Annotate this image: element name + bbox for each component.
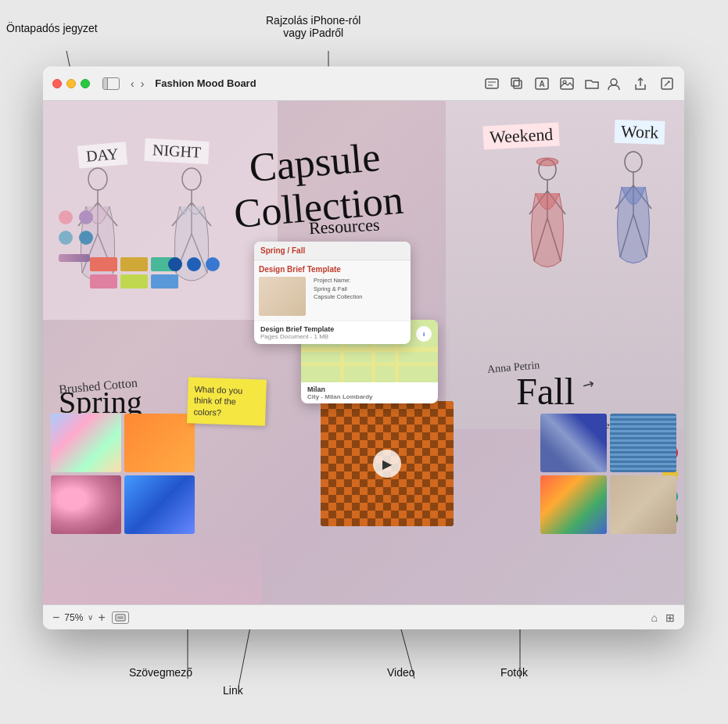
text-tool-button[interactable]: A xyxy=(534,77,550,90)
fashion-figure-work xyxy=(606,148,661,328)
fashion-figure-weekend xyxy=(520,156,575,328)
video-tile[interactable]: ▶ xyxy=(321,401,454,526)
image-tool-button[interactable] xyxy=(559,77,575,90)
design-brief-body: Project Name:Spring & FallCapsule Collec… xyxy=(314,277,363,316)
color-swatches-left xyxy=(59,210,93,262)
map-marker: i xyxy=(416,326,432,342)
link-annotation: Link xyxy=(223,684,243,697)
text-field-annotation: Szövegmező xyxy=(129,666,192,679)
weekend-label: Weekend xyxy=(482,122,560,149)
design-brief-card[interactable]: Spring / Fall Design Brief Template Proj… xyxy=(254,242,411,344)
titlebar: ‹ › Fashion Mood Board A xyxy=(43,66,684,101)
svg-point-40 xyxy=(625,152,642,172)
toolbar: A xyxy=(484,77,600,90)
photo-beige-fabric xyxy=(610,475,676,534)
zoom-in-button[interactable]: + xyxy=(98,611,105,625)
svg-rect-9 xyxy=(514,81,522,88)
svg-rect-6 xyxy=(486,79,498,88)
photo-blues-beads xyxy=(124,475,195,534)
close-button[interactable] xyxy=(52,79,62,88)
map-footer: Milan City - Milan Lombardy xyxy=(301,382,438,403)
sticky-note-annotation: Öntapadós jegyzet xyxy=(6,22,98,34)
video-annotation: Video xyxy=(387,666,415,679)
photo-zigzag xyxy=(540,414,607,472)
design-brief-header: Spring / Fall xyxy=(254,242,411,260)
work-label: Work xyxy=(614,120,665,145)
note-tool-button[interactable] xyxy=(484,77,500,90)
collaborators-button[interactable] xyxy=(606,77,622,90)
share-button[interactable] xyxy=(633,77,648,90)
sticky-note[interactable]: What do you think of the colors? xyxy=(187,377,267,425)
zoom-fit-button[interactable] xyxy=(112,611,129,624)
canvas[interactable]: DAY NIGHT xyxy=(43,101,684,604)
statusbar-right: ⌂ ⊞ xyxy=(651,611,675,624)
svg-rect-10 xyxy=(511,78,519,86)
minimize-button[interactable] xyxy=(66,79,76,88)
edit-button[interactable] xyxy=(659,77,675,90)
svg-rect-47 xyxy=(117,616,124,619)
duplicate-tool-button[interactable] xyxy=(509,77,525,90)
grid-icon[interactable]: ⊞ xyxy=(665,611,675,624)
window-title: Fashion Mood Board xyxy=(155,77,478,89)
design-brief-footer: Design Brief Template Pages Document - 1… xyxy=(254,321,411,344)
video-play-button[interactable]: ▶ xyxy=(373,450,401,478)
drawing-annotation: Rajzolás iPhone-rólvagy iPadről xyxy=(266,14,360,39)
back-button[interactable]: ‹ xyxy=(129,77,136,90)
svg-point-39 xyxy=(536,158,558,166)
bottom-images-left xyxy=(51,414,195,534)
photo-roses xyxy=(51,475,121,534)
night-label: NIGHT xyxy=(144,138,210,164)
photo-grid-right xyxy=(540,414,676,534)
svg-rect-13 xyxy=(561,78,573,89)
photo-colorful-fabric xyxy=(540,475,607,534)
blue-beads xyxy=(168,257,220,271)
titlebar-right-controls xyxy=(606,77,675,90)
folder-tool-button[interactable] xyxy=(584,77,600,90)
svg-point-21 xyxy=(88,168,107,190)
home-icon[interactable]: ⌂ xyxy=(651,611,658,624)
svg-point-15 xyxy=(611,79,617,85)
photo-orange xyxy=(124,414,195,472)
zoom-value[interactable]: 75% xyxy=(64,612,83,623)
sidebar-toggle-button[interactable] xyxy=(102,77,120,90)
photo-holographic xyxy=(51,414,121,472)
traffic-lights xyxy=(52,79,90,88)
fabric-color-swatches xyxy=(90,257,178,289)
design-brief-thumbnail xyxy=(259,277,306,316)
photos-annotation: Fotók xyxy=(500,666,528,679)
forward-button[interactable]: › xyxy=(139,77,146,90)
resources-handwritten-label: Resources xyxy=(308,215,380,239)
svg-line-18 xyxy=(665,81,669,86)
zoom-out-button[interactable]: − xyxy=(52,611,59,625)
photo-fabric-blue xyxy=(610,414,676,472)
design-brief-title: Design Brief Template xyxy=(259,265,406,274)
main-window: ‹ › Fashion Mood Board A xyxy=(43,66,684,629)
navigation-buttons: ‹ › xyxy=(129,77,145,90)
zoom-dropdown-button[interactable]: ∨ xyxy=(88,613,93,622)
svg-point-27 xyxy=(182,168,201,190)
svg-text:A: A xyxy=(539,80,544,88)
statusbar: − 75% ∨ + ⌂ ⊞ xyxy=(43,604,684,629)
maximize-button[interactable] xyxy=(81,79,90,88)
